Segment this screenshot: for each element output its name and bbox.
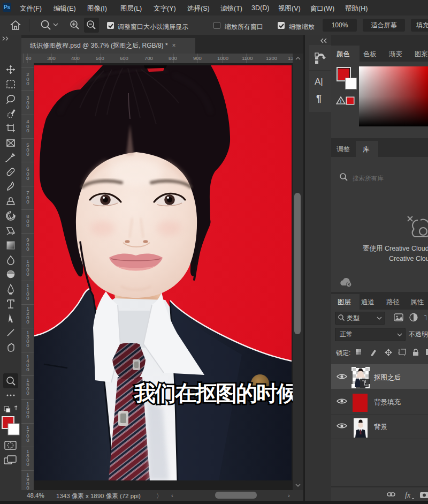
- svg-text:T: T: [424, 314, 426, 322]
- svg-text:我们在抠图的时候: 我们在抠图的时候: [134, 381, 299, 405]
- svg-text:fx: fx: [405, 491, 411, 499]
- svg-text:!: !: [340, 99, 342, 104]
